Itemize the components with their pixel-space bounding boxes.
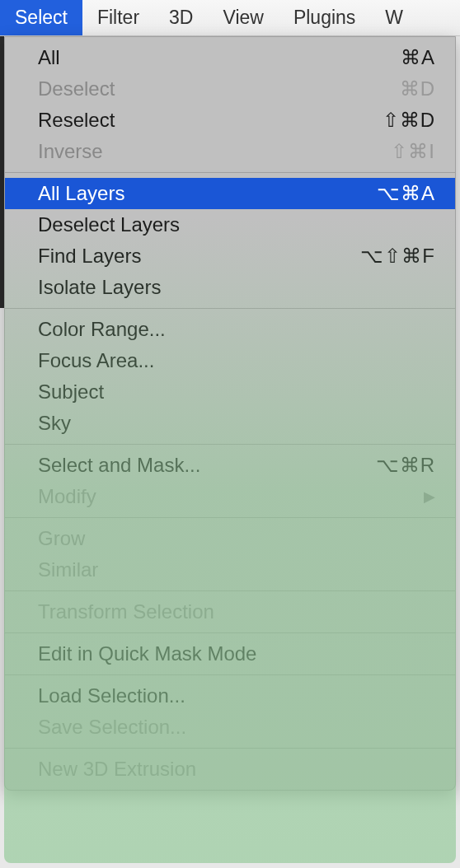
menu-item-shortcut: ⌥⌘A [377, 180, 435, 207]
menubar-item-select[interactable]: Select [0, 0, 82, 35]
menu-item-label: Select and Mask... [38, 452, 200, 478]
menubar-label: Plugins [293, 7, 355, 29]
menu-item-label: Grow [38, 525, 85, 552]
menu-item-deselect-layers[interactable]: Deselect Layers [5, 209, 455, 240]
menu-item-modify: Modify▶ [5, 481, 455, 512]
menu-item-similar: Similar [5, 554, 455, 586]
menu-item-label: Save Selection... [38, 714, 186, 740]
menubar-label: Filter [97, 7, 139, 29]
menu-item-reselect[interactable]: Reselect⇧⌘D [5, 105, 455, 136]
menu-item-all[interactable]: All⌘A [5, 42, 455, 73]
menu-separator [5, 748, 455, 749]
menu-item-label: Inverse [38, 138, 103, 165]
menu-item-label: Deselect [38, 76, 115, 102]
menu-item-isolate-layers[interactable]: Isolate Layers [5, 272, 455, 303]
menu-item-focus-area[interactable]: Focus Area... [5, 345, 455, 376]
menu-item-save-selection: Save Selection... [5, 712, 455, 743]
submenu-arrow-icon: ▶ [424, 483, 435, 510]
menubar-item-partial[interactable]: W [370, 0, 403, 35]
menu-item-load-selection[interactable]: Load Selection... [5, 680, 455, 712]
menu-item-label: Modify [38, 483, 96, 510]
menu-item-label: Sky [38, 410, 71, 436]
menu-item-label: Color Range... [38, 316, 166, 343]
menubar-label: Select [15, 7, 68, 29]
menu-item-new-3d-extrusion: New 3D Extrusion [5, 754, 455, 785]
menu-separator [5, 674, 455, 675]
menu-item-label: New 3D Extrusion [38, 756, 196, 782]
menu-item-label: Focus Area... [38, 348, 154, 374]
select-menu-dropdown: All⌘ADeselect⌘DReselect⇧⌘DInverse⇧⌘IAll … [4, 36, 456, 791]
menu-separator [5, 590, 455, 591]
menu-item-label: Isolate Layers [38, 274, 161, 301]
menu-item-label: Deselect Layers [38, 212, 180, 238]
menu-item-label: Find Layers [38, 243, 141, 269]
menu-item-shortcut: ⇧⌘D [383, 107, 435, 133]
menu-item-color-range[interactable]: Color Range... [5, 314, 455, 345]
menubar-item-filter[interactable]: Filter [82, 0, 154, 35]
menu-separator [5, 517, 455, 518]
menu-separator [5, 444, 455, 445]
menu-item-shortcut: ⌘A [401, 44, 435, 71]
menu-separator [5, 308, 455, 309]
menu-item-label: Load Selection... [38, 683, 185, 709]
menu-item-select-and-mask[interactable]: Select and Mask...⌥⌘R [5, 450, 455, 481]
menu-item-label: All [38, 44, 60, 71]
menu-item-label: Subject [38, 379, 104, 405]
menu-separator [5, 172, 455, 173]
menu-item-shortcut: ⌥⌘R [376, 452, 435, 478]
menu-item-transform-selection: Transform Selection [5, 596, 455, 628]
menu-item-grow: Grow [5, 523, 455, 554]
menubar-item-view[interactable]: View [208, 0, 278, 35]
menu-item-subject[interactable]: Subject [5, 376, 455, 408]
menubar-label: 3D [169, 7, 193, 29]
menu-item-label: All Layers [38, 180, 124, 207]
menu-item-edit-in-quick-mask-mode[interactable]: Edit in Quick Mask Mode [5, 638, 455, 670]
menu-item-label: Edit in Quick Mask Mode [38, 641, 256, 667]
menubar-label: W [385, 7, 403, 29]
menu-item-sky[interactable]: Sky [5, 408, 455, 439]
menubar: Select Filter 3D View Plugins W [0, 0, 460, 36]
menu-item-find-layers[interactable]: Find Layers⌥⇧⌘F [5, 240, 455, 272]
menu-item-deselect: Deselect⌘D [5, 73, 455, 105]
menu-separator [5, 632, 455, 633]
menu-item-all-layers[interactable]: All Layers⌥⌘A [5, 178, 455, 209]
menubar-label: View [223, 7, 263, 29]
menu-item-label: Transform Selection [38, 599, 214, 625]
menu-item-inverse: Inverse⇧⌘I [5, 136, 455, 167]
menubar-item-plugins[interactable]: Plugins [279, 0, 370, 35]
menu-item-label: Reselect [38, 107, 115, 133]
menu-item-shortcut: ⌘D [400, 76, 435, 102]
menu-item-shortcut: ⌥⇧⌘F [360, 243, 435, 269]
menubar-item-3d[interactable]: 3D [154, 0, 208, 35]
menu-item-shortcut: ⇧⌘I [391, 138, 435, 165]
menu-item-label: Similar [38, 557, 98, 583]
